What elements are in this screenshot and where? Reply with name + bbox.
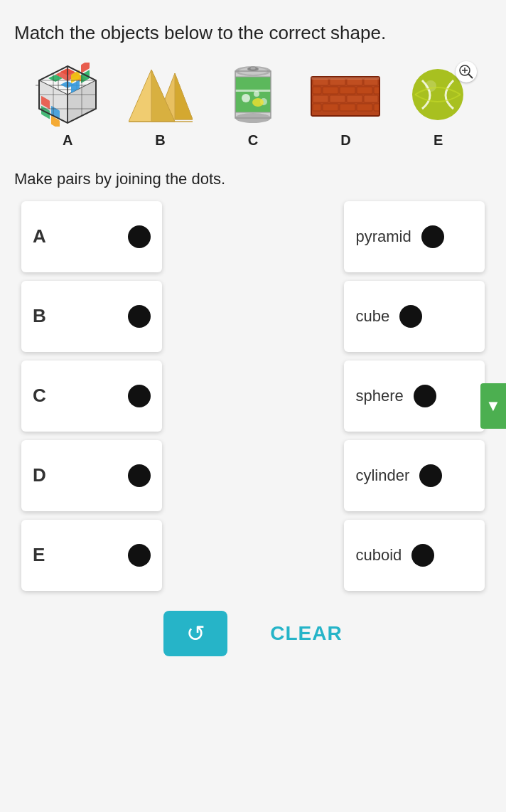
- svg-line-72: [468, 74, 473, 78]
- left-letter-b: B: [33, 305, 46, 327]
- object-item-d: D: [310, 63, 381, 149]
- right-card-sphere: sphere: [344, 360, 485, 432]
- pairs-instruction: Make pairs by joining the dots.: [14, 170, 492, 188]
- svg-rect-68: [311, 77, 380, 80]
- soda-can-image: [217, 63, 289, 127]
- svg-marker-29: [175, 73, 193, 119]
- svg-rect-53: [313, 87, 321, 94]
- right-card-pyramid: pyramid: [344, 201, 485, 272]
- zoom-icon[interactable]: [456, 61, 477, 82]
- bottom-bar: ↺ CLEAR: [14, 611, 492, 656]
- left-dot-d[interactable]: [128, 464, 151, 487]
- pairs-instruction-rest: .: [221, 170, 225, 188]
- right-dot-cuboid[interactable]: [411, 544, 434, 567]
- left-letter-c: C: [33, 385, 46, 407]
- svg-rect-66: [374, 104, 380, 111]
- matching-area: A B C D E: [14, 201, 492, 591]
- left-letter-d: D: [33, 464, 46, 486]
- rubiks-cube-image: [32, 63, 103, 127]
- left-card-a: A: [21, 201, 162, 272]
- right-dot-cube[interactable]: [399, 305, 422, 328]
- svg-point-69: [412, 69, 463, 120]
- svg-rect-47: [250, 67, 256, 70]
- right-word-cylinder: cylinder: [355, 466, 409, 485]
- left-letter-e: E: [33, 544, 45, 566]
- object-item-e: E: [403, 63, 474, 149]
- object-label-a: A: [63, 132, 72, 149]
- svg-point-39: [252, 98, 264, 107]
- svg-rect-58: [313, 95, 328, 102]
- svg-point-37: [254, 91, 259, 97]
- scroll-indicator[interactable]: ▼: [480, 383, 506, 429]
- svg-rect-57: [374, 87, 380, 94]
- svg-rect-34: [235, 77, 271, 112]
- object-item-a: A: [32, 63, 103, 149]
- svg-rect-61: [364, 95, 378, 102]
- left-letter-a: A: [33, 225, 46, 247]
- right-word-pyramid: pyramid: [355, 228, 411, 246]
- svg-rect-60: [347, 95, 362, 102]
- right-card-cuboid: cuboid: [344, 520, 485, 591]
- undo-icon: ↺: [186, 620, 205, 647]
- right-word-cube: cube: [355, 307, 389, 326]
- svg-rect-54: [323, 87, 338, 94]
- right-word-sphere: sphere: [355, 387, 403, 405]
- left-card-d: D: [21, 440, 162, 511]
- undo-button[interactable]: ↺: [163, 611, 227, 656]
- left-dot-c[interactable]: [128, 385, 151, 407]
- left-column: A B C D E: [21, 201, 162, 591]
- left-card-b: B: [21, 281, 162, 352]
- pyramids-image: [125, 63, 196, 127]
- right-column: pyramid cube sphere cylinder cuboid: [344, 201, 485, 591]
- left-dot-e[interactable]: [128, 544, 151, 567]
- object-label-e: E: [434, 132, 443, 149]
- left-card-c: C: [21, 360, 162, 432]
- svg-rect-55: [340, 87, 355, 94]
- clear-button[interactable]: CLEAR: [270, 622, 342, 645]
- tennis-ball-image: [403, 63, 474, 127]
- object-label-c: C: [248, 132, 258, 149]
- object-label-b: B: [155, 132, 165, 149]
- right-dot-cylinder[interactable]: [419, 464, 442, 487]
- svg-rect-35: [235, 90, 271, 92]
- left-dot-a[interactable]: [128, 225, 151, 248]
- objects-row: A B: [14, 63, 492, 149]
- object-label-d: D: [340, 132, 350, 149]
- svg-rect-59: [330, 95, 345, 102]
- right-dot-sphere[interactable]: [414, 385, 436, 407]
- right-word-cuboid: cuboid: [355, 546, 402, 565]
- object-item-b: B: [125, 63, 196, 149]
- left-card-e: E: [21, 520, 162, 591]
- svg-point-36: [242, 94, 250, 102]
- object-item-c: C: [217, 63, 289, 149]
- svg-rect-65: [357, 104, 372, 111]
- right-card-cube: cube: [344, 281, 485, 352]
- right-card-cylinder: cylinder: [344, 440, 485, 511]
- svg-rect-63: [323, 104, 338, 111]
- svg-rect-56: [357, 87, 372, 94]
- page-container: Match the objects below to the correct s…: [0, 0, 506, 812]
- right-dot-pyramid[interactable]: [421, 225, 444, 248]
- scroll-arrow-icon: ▼: [485, 397, 501, 415]
- svg-rect-62: [313, 104, 321, 111]
- svg-rect-64: [340, 104, 355, 111]
- left-dot-b[interactable]: [128, 305, 151, 328]
- instruction-text: Match the objects below to the correct s…: [14, 21, 492, 46]
- brick-box-image: [310, 63, 381, 127]
- pairs-instruction-bold: Make pairs by joining the dots: [14, 170, 221, 188]
